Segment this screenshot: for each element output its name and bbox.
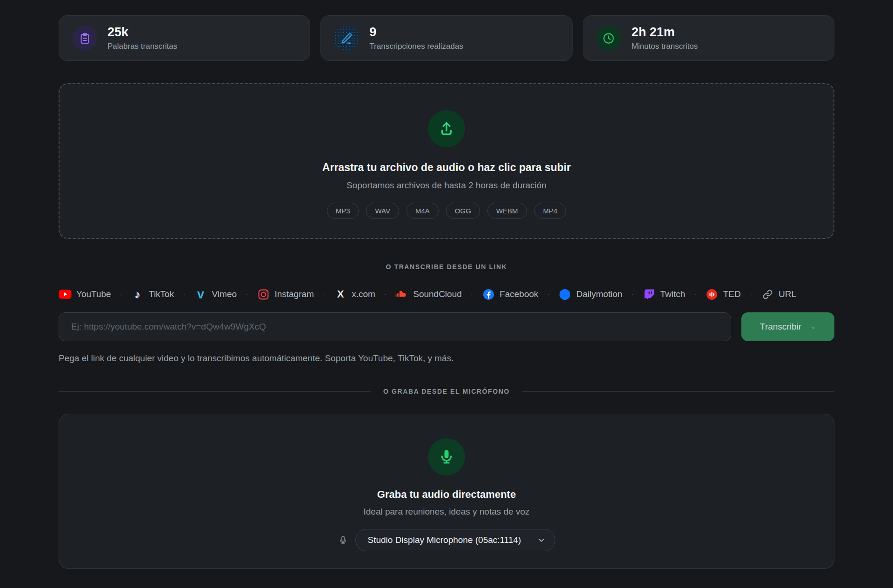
- chevron-down-icon: [537, 536, 546, 544]
- separator-dot: ·: [323, 290, 325, 298]
- platform-label: TikTok: [149, 289, 174, 299]
- platform-label: SoundCloud: [413, 289, 462, 299]
- platform-soundcloud[interactable]: SoundCloud: [395, 288, 462, 300]
- platform-label: URL: [779, 289, 796, 299]
- clock-icon: [596, 26, 621, 51]
- arrow-right-icon: →: [807, 322, 816, 332]
- mic-divider-label: O GRABA DESDE EL MICRÓFONO: [383, 388, 510, 395]
- stats-row: 25k Palabras transcritas 9 Transcripcion…: [59, 15, 834, 61]
- twitch-icon: [643, 288, 656, 300]
- separator-dot: ·: [547, 290, 550, 298]
- upload-icon[interactable]: [428, 110, 465, 147]
- x-icon: X: [334, 288, 347, 300]
- stat-value: 9: [369, 25, 463, 40]
- platform-facebook[interactable]: Facebook: [482, 288, 538, 300]
- format-chip-webm: WEBM: [487, 203, 527, 219]
- separator-dot: ·: [120, 290, 122, 298]
- platform-instagram[interactable]: Instagram: [257, 288, 313, 300]
- stat-card-transcriptions: 9 Transcripciones realizadas: [320, 15, 572, 61]
- youtube-icon: [59, 288, 72, 300]
- platform-label: Dailymotion: [576, 289, 622, 299]
- platform-x[interactable]: X x.com: [334, 288, 375, 300]
- platform-vimeo[interactable]: v Vimeo: [194, 288, 237, 300]
- platform-label: Vimeo: [212, 289, 237, 299]
- clipboard-icon: [72, 26, 97, 51]
- separator-dot: ·: [694, 290, 696, 298]
- platform-youtube[interactable]: YouTube: [59, 288, 111, 300]
- dropzone-subtitle: Soportamos archivos de hasta 2 horas de …: [347, 180, 546, 191]
- platform-label: TED: [723, 289, 741, 299]
- stat-card-words: 25k Palabras transcritas: [59, 15, 310, 61]
- dailymotion-icon: [559, 288, 572, 300]
- transcribe-button-label: Transcribir: [760, 322, 801, 332]
- separator-dot: ·: [384, 290, 387, 298]
- platform-label: Instagram: [274, 289, 313, 299]
- format-chips: MP3 WAV M4A OGG WEBM MP4: [327, 203, 566, 219]
- divider-line: [59, 267, 374, 267]
- stat-value: 2h 21m: [632, 25, 698, 40]
- stat-text: 2h 21m Minutos transcritos: [632, 25, 698, 51]
- record-card: Graba tu audio directamente Ideal para r…: [59, 414, 834, 569]
- separator-dot: ·: [471, 290, 473, 298]
- format-chip-wav: WAV: [366, 203, 399, 219]
- dropzone-title: Arrastra tu archivo de audio o haz clic …: [322, 161, 571, 174]
- microphone-select-value: Studio Display Microphone (05ac:1114): [368, 535, 521, 545]
- platform-label: YouTube: [76, 289, 111, 299]
- platform-label: Twitch: [660, 289, 686, 299]
- stat-label: Transcripciones realizadas: [369, 42, 463, 51]
- separator-dot: ·: [631, 290, 633, 298]
- separator-dot: ·: [183, 290, 185, 298]
- platform-label: Facebook: [500, 289, 538, 299]
- platform-ted[interactable]: TED: [706, 288, 741, 300]
- tiktok-icon: ♪: [131, 288, 144, 300]
- platforms-row: YouTube · ♪ TikTok · v Vimeo · Instagram…: [59, 288, 834, 300]
- format-chip-m4a: M4A: [407, 203, 439, 219]
- stat-value: 25k: [107, 25, 177, 40]
- link-icon: [761, 288, 774, 300]
- format-chip-ogg: OGG: [446, 203, 480, 219]
- stat-text: 25k Palabras transcritas: [107, 25, 177, 51]
- platform-dailymotion[interactable]: Dailymotion: [559, 288, 622, 300]
- ted-icon: [706, 288, 719, 300]
- mic-select-row: Studio Display Microphone (05ac:1114): [338, 529, 555, 551]
- stat-card-minutes: 2h 21m Minutos transcritos: [583, 15, 834, 61]
- stat-label: Minutos transcritos: [632, 42, 698, 51]
- soundcloud-icon: [395, 288, 408, 300]
- link-divider-label: O TRANSCRIBE DESDE UN LINK: [386, 263, 507, 271]
- stat-text: 9 Transcripciones realizadas: [369, 25, 463, 51]
- record-microphone-icon[interactable]: [428, 438, 465, 476]
- upload-dropzone[interactable]: Arrastra tu archivo de audio o haz clic …: [59, 83, 834, 239]
- mic-divider: O GRABA DESDE EL MICRÓFONO: [59, 388, 834, 395]
- record-subtitle: Ideal para reuniones, ideas y notas de v…: [363, 507, 529, 517]
- divider-line: [522, 391, 834, 392]
- divider-line: [519, 267, 834, 267]
- separator-dot: ·: [750, 290, 752, 298]
- divider-line: [59, 391, 371, 392]
- platform-tiktok[interactable]: ♪ TikTok: [131, 288, 174, 300]
- separator-dot: ·: [246, 290, 248, 298]
- pen-icon: [334, 26, 359, 51]
- microphone-small-icon: [338, 535, 348, 545]
- format-chip-mp3: MP3: [327, 203, 359, 219]
- format-chip-mp4: MP4: [534, 203, 566, 219]
- url-help-text: Pega el link de cualquier video y lo tra…: [59, 353, 834, 363]
- platform-url[interactable]: URL: [761, 288, 796, 300]
- record-title: Graba tu audio directamente: [377, 489, 516, 501]
- link-divider: O TRANSCRIBE DESDE UN LINK: [59, 263, 834, 271]
- microphone-select[interactable]: Studio Display Microphone (05ac:1114): [355, 529, 555, 551]
- platform-label: x.com: [352, 289, 375, 299]
- transcribe-button[interactable]: Transcribir →: [741, 312, 834, 341]
- main-content: 25k Palabras transcritas 9 Transcripcion…: [59, 0, 834, 569]
- stat-label: Palabras transcritas: [107, 42, 177, 51]
- instagram-icon: [257, 288, 270, 300]
- url-input-row: Transcribir →: [59, 312, 834, 341]
- vimeo-icon: v: [194, 288, 207, 300]
- platform-twitch[interactable]: Twitch: [643, 288, 686, 300]
- facebook-icon: [482, 288, 495, 300]
- url-input[interactable]: [59, 312, 731, 341]
